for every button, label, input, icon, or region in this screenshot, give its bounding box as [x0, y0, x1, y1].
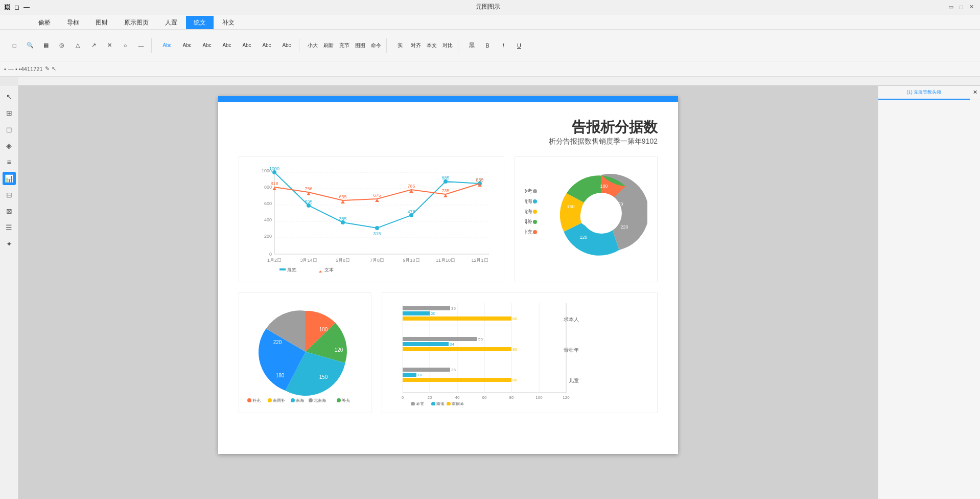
- pie-chart-svg: 100 120 150 180 220 补充 南周补 南海: [244, 298, 367, 405]
- tb-abc1[interactable]: Abc: [158, 38, 176, 53]
- canvas-area[interactable]: 数据分析报告 2019年第一季度销售数据报告分析: [18, 86, 878, 499]
- svg-text:865: 865: [476, 177, 483, 183]
- bar-chart-container[interactable]: 求本人 青壮年 儿童 0 20 40 60 80 10: [382, 292, 658, 413]
- ruler-horizontal: // Draw ruler marks inline - will be don…: [18, 77, 980, 86]
- tb-refresh[interactable]: 刷新: [321, 38, 336, 53]
- ribbon-tabs: 偷桥 导框 图财 原示图页 人置 统文 补文: [0, 14, 980, 30]
- tb-abc7[interactable]: Abc: [277, 38, 296, 53]
- svg-text:南海: 南海: [436, 402, 445, 405]
- sidebar-icon-text[interactable]: ☰: [3, 221, 16, 234]
- svg-text:0: 0: [402, 395, 404, 400]
- minimize-icon[interactable]: —: [24, 4, 30, 11]
- tab-tongwen[interactable]: 统文: [186, 16, 214, 29]
- svg-text:120: 120: [563, 395, 570, 400]
- tb-select[interactable]: ▦: [39, 38, 53, 53]
- sidebar-icon-shapes[interactable]: ◻: [3, 123, 16, 136]
- tb-abc4[interactable]: Abc: [218, 38, 236, 53]
- tab-yuanshi[interactable]: 原示图页: [116, 16, 156, 29]
- svg-point-77: [268, 398, 272, 402]
- tb-cmd[interactable]: 命令: [369, 38, 383, 53]
- svg-point-59: [533, 210, 537, 214]
- tb-rect[interactable]: □: [7, 38, 21, 53]
- svg-point-125: [447, 402, 451, 405]
- left-sidebar: ↖ ⊞ ◻ ◈ ≡ 📊 ⊟ ⊠ ☰ ✦: [0, 86, 18, 499]
- svg-text:675: 675: [373, 193, 381, 198]
- toolbar-group-1: □ 🔍 ▦ ◎ △ ↗ ✕ ○ —: [4, 38, 152, 53]
- sidebar-icon-cursor[interactable]: ↖: [3, 90, 16, 103]
- svg-point-79: [291, 398, 295, 402]
- tab-daokung[interactable]: 导框: [59, 16, 87, 29]
- tb-bold[interactable]: B: [480, 38, 495, 53]
- tb-abc2[interactable]: Abc: [178, 38, 196, 53]
- svg-text:北南海: 北南海: [314, 398, 326, 403]
- sidebar-icon-more[interactable]: ✦: [3, 237, 16, 251]
- tb-shi[interactable]: 实: [393, 38, 407, 53]
- right-panel-tab-1[interactable]: (1) 克服管教头领: [878, 86, 970, 100]
- tb-tri[interactable]: △: [71, 38, 85, 53]
- tb-circle[interactable]: ◎: [55, 38, 69, 53]
- svg-point-61: [533, 220, 537, 224]
- tab-qiaolian[interactable]: 偷桥: [31, 16, 58, 29]
- tb-abc3[interactable]: Abc: [198, 38, 216, 53]
- svg-text:北南海: 北南海: [525, 209, 532, 214]
- tab-buwen[interactable]: 补文: [215, 16, 242, 29]
- tb-benwen[interactable]: 本文: [425, 38, 439, 53]
- right-panel-tabs: (1) 克服管教头领 ✕: [878, 86, 980, 100]
- svg-rect-109: [403, 337, 477, 341]
- svg-text:120: 120: [335, 347, 343, 353]
- sidebar-icon-data[interactable]: ≡: [3, 155, 16, 169]
- sidebar-icon-template[interactable]: ⊠: [3, 205, 16, 218]
- sub-tb-label1: •: [4, 66, 6, 72]
- svg-text:150: 150: [567, 204, 574, 209]
- svg-text:5月8日: 5月8日: [336, 258, 350, 263]
- tb-line[interactable]: —: [134, 38, 148, 53]
- tb-small-large[interactable]: 小大: [306, 38, 320, 53]
- tab-tucai[interactable]: 图财: [88, 16, 115, 29]
- tb-search[interactable]: 🔍: [23, 38, 37, 53]
- tab-renzhi[interactable]: 人置: [157, 16, 185, 29]
- sidebar-icon-chart[interactable]: 📊: [3, 172, 16, 185]
- donut-chart-container[interactable]: 参考 南海 北南海 南周补 补充: [515, 156, 658, 282]
- svg-text:315: 315: [373, 231, 381, 236]
- tb-abc6[interactable]: Abc: [258, 38, 276, 53]
- svg-marker-41: [444, 194, 448, 197]
- close-btn[interactable]: ✕: [967, 4, 976, 10]
- tb-duibi[interactable]: 对比: [440, 38, 455, 53]
- svg-text:南周补: 南周补: [273, 398, 285, 403]
- tb-oval[interactable]: ○: [118, 38, 132, 53]
- doc-sub-title: 2019年第一季度销售数据报告分析: [239, 137, 658, 146]
- svg-marker-38: [341, 200, 345, 203]
- tb-arrow[interactable]: ↗: [86, 38, 101, 53]
- svg-text:475: 475: [407, 209, 415, 214]
- tb-duiqi[interactable]: 对齐: [409, 38, 423, 53]
- title-bar-left: 🖼 ◻ —: [4, 4, 30, 11]
- right-panel-close[interactable]: ✕: [970, 86, 980, 100]
- tb-underline[interactable]: U: [512, 38, 526, 53]
- line-chart-container[interactable]: 0 200 400 600 800: [239, 156, 504, 282]
- svg-point-63: [533, 230, 537, 234]
- svg-text:35: 35: [451, 368, 456, 372]
- restore-btn[interactable]: ▭: [946, 4, 955, 10]
- svg-text:220: 220: [620, 224, 628, 230]
- sub-tb-label3: ✎: [45, 65, 50, 72]
- svg-text:3月14日: 3月14日: [300, 258, 317, 263]
- tb-abc5[interactable]: Abc: [238, 38, 256, 53]
- maximize-btn[interactable]: □: [958, 4, 965, 10]
- svg-text:南海: 南海: [525, 198, 532, 204]
- sidebar-icon-layers[interactable]: ◈: [3, 139, 16, 152]
- svg-text:南周补: 南周补: [525, 219, 532, 224]
- svg-text:7月8日: 7月8日: [370, 258, 384, 263]
- tb-imgimg[interactable]: 图图: [353, 38, 367, 53]
- pie-chart-container[interactable]: 100 120 150 180 220 补充 南周补 南海: [239, 292, 371, 413]
- tb-italic[interactable]: I: [496, 38, 510, 53]
- tb-fullnode[interactable]: 充节: [337, 38, 352, 53]
- svg-text:100: 100: [319, 327, 328, 332]
- sidebar-icon-table[interactable]: ⊟: [3, 188, 16, 201]
- svg-point-75: [247, 398, 251, 402]
- svg-text:220: 220: [273, 339, 282, 345]
- tb-cross[interactable]: ✕: [102, 38, 116, 53]
- sidebar-icon-grid[interactable]: ⊞: [3, 106, 16, 120]
- svg-text:参考: 参考: [525, 188, 532, 194]
- svg-text:818: 818: [270, 181, 278, 186]
- tb-font[interactable]: 黑: [464, 38, 479, 53]
